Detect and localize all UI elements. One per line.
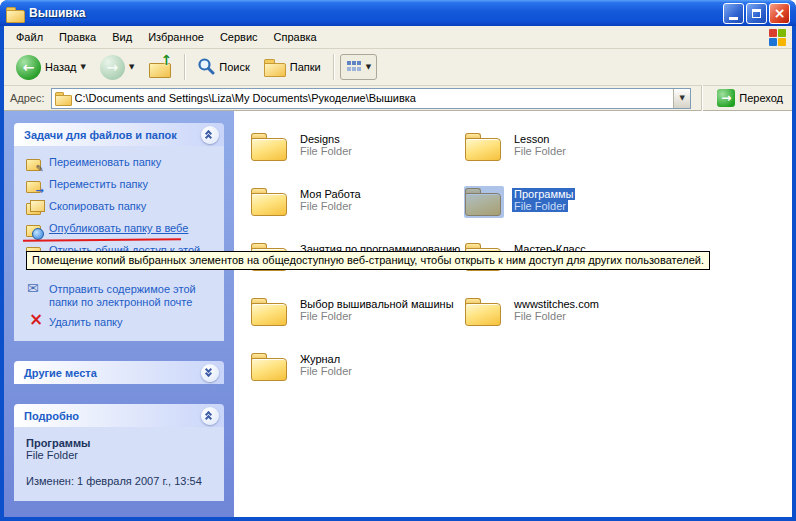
folder-tile[interactable]: Выбор вышивальной машиныFile Folder: [250, 296, 464, 336]
go-button[interactable]: → Переход: [712, 89, 788, 107]
folder-icon: [250, 131, 290, 163]
minimize-icon: [729, 17, 738, 20]
task-link[interactable]: Переименовать папку: [49, 156, 161, 169]
window-title: Вышивка: [29, 6, 718, 20]
close-button[interactable]: ×: [769, 3, 790, 24]
folder-tile[interactable]: ЖурналFile Folder: [250, 351, 464, 391]
chevron-up-icon[interactable]: [201, 126, 219, 144]
go-label: Переход: [739, 92, 783, 104]
menu-edit[interactable]: Правка: [51, 28, 104, 46]
copy-folder-icon: [26, 200, 43, 215]
other-places-header[interactable]: Другие места: [14, 361, 224, 384]
details-folder-type: File Folder: [26, 449, 216, 461]
folder-tile-selected[interactable]: ПрограммыFile Folder: [464, 186, 678, 226]
file-folder-tasks-header[interactable]: Задачи для файлов и папок: [14, 123, 224, 146]
up-button[interactable]: [142, 52, 178, 82]
address-folder-icon: [55, 92, 71, 105]
folder-name: Программы: [512, 188, 575, 200]
menu-view[interactable]: Вид: [104, 28, 140, 46]
task-delete-folder[interactable]: Удалить папку: [26, 316, 220, 331]
details-folder-name: Программы: [26, 437, 216, 449]
section-title: Подробно: [24, 410, 201, 422]
task-copy-folder[interactable]: Скопировать папку: [26, 200, 220, 215]
back-arrow-icon: ←: [16, 55, 41, 80]
views-icon: [346, 58, 362, 76]
folder-icon: [250, 296, 290, 328]
folder-type: File Folder: [298, 365, 354, 377]
forward-dropdown-icon: ▼: [129, 63, 134, 71]
menu-bar: Файл Правка Вид Избранное Сервис Справка: [4, 26, 792, 49]
address-separator: [701, 85, 702, 111]
window-folder-icon: [6, 6, 24, 21]
section-title: Задачи для файлов и папок: [24, 129, 201, 141]
other-places-section: Другие места: [14, 361, 224, 384]
publish-folder-icon: [26, 222, 43, 237]
folder-name: Журнал: [298, 353, 342, 365]
explorer-window: Вышивка × Файл Правка Вид Избранное Серв…: [0, 0, 796, 521]
file-folder-tasks-body: Переименовать папку Переместить папку Ск…: [14, 146, 224, 341]
folder-type: File Folder: [512, 200, 568, 212]
chevron-up-icon[interactable]: [201, 407, 219, 425]
search-button[interactable]: Поиск: [191, 53, 255, 81]
menu-help[interactable]: Справка: [266, 28, 325, 46]
task-link[interactable]: Отправить содержимое этой папки по элект…: [49, 283, 204, 309]
task-link[interactable]: Переместить папку: [49, 178, 148, 191]
maximize-button[interactable]: [746, 3, 767, 24]
folder-type: File Folder: [298, 200, 354, 212]
folder-name: Designs: [298, 133, 342, 145]
task-link[interactable]: Удалить папку: [49, 316, 123, 329]
folder-content: DesignsFile Folder LessonFile Folder Моя…: [234, 111, 792, 517]
folder-icon: [464, 131, 504, 163]
menu-favorites[interactable]: Избранное: [140, 28, 212, 46]
search-icon: [197, 57, 215, 77]
window-controls: ×: [723, 3, 790, 24]
section-title: Другие места: [24, 367, 201, 379]
back-button[interactable]: ← Назад ▼: [10, 51, 92, 84]
minimize-button[interactable]: [723, 3, 744, 24]
task-pane: Задачи для файлов и папок Переименовать …: [4, 111, 234, 517]
views-button[interactable]: ▼: [340, 54, 377, 80]
folder-name: Выбор вышивальной машины: [298, 298, 456, 310]
folder-tile[interactable]: LessonFile Folder: [464, 131, 678, 171]
folder-icon: [250, 351, 290, 383]
task-link[interactable]: Опубликовать папку в вебе: [49, 222, 188, 235]
forward-arrow-icon: →: [100, 55, 125, 80]
address-input[interactable]: C:\Documents and Settings\Liza\My Docume…: [51, 88, 692, 109]
rename-folder-icon: [26, 156, 43, 171]
folder-tile[interactable]: DesignsFile Folder: [250, 131, 464, 171]
folder-icon: [250, 186, 290, 218]
address-dropdown-button[interactable]: ▼: [673, 89, 690, 108]
forward-button[interactable]: → ▼: [94, 51, 140, 84]
folder-tile[interactable]: Моя РаботаFile Folder: [250, 186, 464, 226]
folder-type: File Folder: [298, 145, 354, 157]
task-move-folder[interactable]: Переместить папку: [26, 178, 220, 193]
folder-type: File Folder: [298, 310, 354, 322]
menu-tools[interactable]: Сервис: [212, 28, 266, 46]
email-icon: [26, 283, 43, 298]
toolbar: ← Назад ▼ → ▼ Поиск Папки: [4, 49, 792, 86]
folders-button[interactable]: Папки: [258, 54, 327, 80]
delete-icon: [26, 316, 43, 331]
go-arrow-icon: →: [717, 89, 735, 107]
back-label: Назад: [45, 61, 77, 73]
address-bar: Адрес: C:\Documents and Settings\Liza\My…: [4, 86, 792, 111]
task-link[interactable]: Скопировать папку: [49, 200, 146, 213]
title-bar: Вышивка ×: [0, 0, 796, 26]
task-rename-folder[interactable]: Переименовать папку: [26, 156, 220, 171]
folder-icon: [464, 296, 504, 328]
chevron-down-icon[interactable]: [201, 364, 219, 382]
windows-logo-icon: [769, 29, 786, 46]
folder-type: File Folder: [512, 310, 568, 322]
folder-icon: [464, 186, 504, 218]
move-folder-icon: [26, 178, 43, 193]
task-email-folder[interactable]: Отправить содержимое этой папки по элект…: [26, 283, 220, 309]
details-header[interactable]: Подробно: [14, 404, 224, 427]
folder-name: Моя Работа: [298, 188, 363, 200]
maximize-icon: [752, 9, 761, 18]
toolbar-separator: [184, 54, 185, 80]
task-publish-folder[interactable]: Опубликовать папку в вебе: [26, 222, 220, 237]
folder-tile[interactable]: wwwstitches.comFile Folder: [464, 296, 678, 336]
menu-file[interactable]: Файл: [8, 28, 51, 46]
main-area: Задачи для файлов и папок Переименовать …: [4, 111, 792, 517]
folders-icon: [264, 58, 286, 76]
